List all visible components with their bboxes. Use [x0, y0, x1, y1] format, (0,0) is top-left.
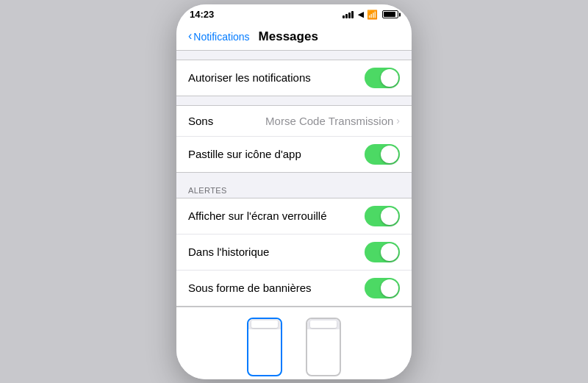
sons-row[interactable]: Sons Morse Code Transmission › [176, 106, 412, 137]
status-time: 14:23 [190, 9, 214, 20]
page-title: Messages [259, 29, 318, 44]
toggle-knob-5 [381, 279, 398, 297]
locked-screen-toggle[interactable] [365, 206, 400, 226]
bannieres-toggle[interactable] [365, 278, 400, 298]
sons-chevron-icon: › [396, 115, 400, 126]
temporaire-phone [247, 318, 282, 376]
historique-row[interactable]: Dans l'historique [176, 235, 412, 271]
section-main: Autoriser les notifications [176, 60, 412, 96]
location-icon: ◀ [358, 10, 364, 18]
pastille-toggle[interactable] [365, 144, 400, 165]
signal-bars-icon [343, 11, 354, 18]
temporaire-banner [251, 321, 278, 328]
allow-notifications-toggle[interactable] [365, 68, 400, 88]
banner-picker-section: Temporaire Persistante Les bannières tem… [176, 307, 412, 379]
persistante-banner [310, 321, 337, 328]
toggle-knob-3 [381, 207, 398, 225]
allow-notifications-label: Autoriser les notifications [188, 71, 311, 84]
section-alertes-body: Afficher sur l'écran verrouillé Dans l'h… [176, 198, 412, 307]
settings-content: Autoriser les notifications Sons Morse C… [176, 51, 412, 379]
bannieres-row[interactable]: Sous forme de bannières [176, 271, 412, 306]
phone-frame: 14:23 ◀ 📶 ‹ Notifications Messages [176, 4, 412, 379]
alertes-header: ALERTES [176, 182, 412, 198]
locked-screen-label: Afficher sur l'écran verrouillé [188, 210, 327, 222]
status-bar: 14:23 ◀ 📶 [176, 4, 412, 25]
toggle-knob-2 [381, 146, 398, 163]
historique-toggle[interactable] [365, 242, 400, 262]
historique-label: Dans l'historique [188, 246, 269, 258]
sons-value: Morse Code Transmission › [265, 115, 400, 127]
locked-screen-row[interactable]: Afficher sur l'écran verrouillé [176, 198, 412, 235]
temporaire-item[interactable]: Temporaire [245, 318, 285, 379]
banner-illustrations: Temporaire Persistante [188, 315, 400, 379]
status-icons: ◀ 📶 [343, 10, 398, 20]
bannieres-label: Sous forme de bannières [188, 282, 312, 294]
section-main-body: Autoriser les notifications [176, 60, 412, 96]
section-alertes: ALERTES Afficher sur l'écran verrouillé … [176, 182, 412, 307]
persistante-phone [306, 318, 341, 376]
allow-notifications-row[interactable]: Autoriser les notifications [176, 60, 412, 96]
section-sounds: Sons Morse Code Transmission › Pastille … [176, 105, 412, 173]
back-button[interactable]: ‹ Notifications [188, 31, 250, 43]
navigation-bar: ‹ Notifications Messages [176, 25, 412, 51]
wifi-icon: 📶 [367, 10, 378, 20]
battery-icon [382, 10, 398, 18]
sons-value-text: Morse Code Transmission [265, 115, 393, 127]
persistante-item[interactable]: Persistante [303, 318, 343, 379]
sons-label: Sons [188, 115, 213, 127]
chevron-left-icon: ‹ [188, 30, 192, 42]
section-sounds-body: Sons Morse Code Transmission › Pastille … [176, 105, 412, 173]
toggle-knob [381, 69, 398, 87]
back-label: Notifications [193, 31, 249, 43]
toggle-knob-4 [381, 243, 398, 261]
pastille-label: Pastille sur icône d'app [188, 148, 301, 160]
pastille-row[interactable]: Pastille sur icône d'app [176, 137, 412, 172]
